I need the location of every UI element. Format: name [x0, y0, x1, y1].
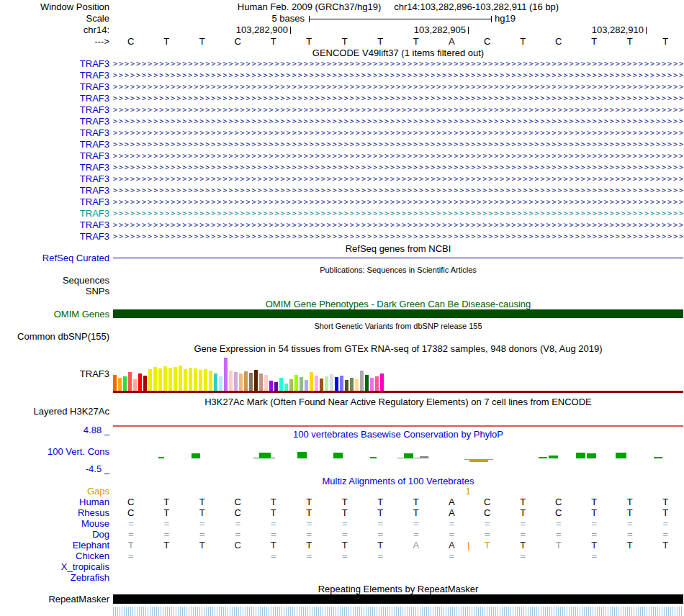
base-cell: T [292, 36, 328, 47]
gencode-transcript-row[interactable]: TRAF3>>>>>>>>>>>>>>>>>>>>>>>>>>>>>>>>>>>… [0, 139, 684, 150]
common-dbsnp-label[interactable]: Common dbSNP(155) [0, 331, 109, 342]
gencode-transcript-row[interactable]: TRAF3>>>>>>>>>>>>>>>>>>>>>>>>>>>>>>>>>>>… [0, 231, 684, 243]
gencode-transcript-row[interactable]: TRAF3>>>>>>>>>>>>>>>>>>>>>>>>>>>>>>>>>>>… [0, 104, 684, 116]
gtex-gene-label[interactable]: TRAF3 [0, 368, 109, 379]
base-cell: C [113, 36, 149, 47]
species-label[interactable]: Human [0, 497, 109, 507]
gencode-transcript-label[interactable]: TRAF3 [0, 219, 109, 231]
gencode-transcript-row[interactable]: TRAF3>>>>>>>>>>>>>>>>>>>>>>>>>>>>>>>>>>>… [0, 173, 684, 185]
gtex-expression-bar [289, 379, 293, 391]
gencode-transcript-label[interactable]: TRAF3 [0, 104, 109, 116]
gencode-transcript-row[interactable]: TRAF3>>>>>>>>>>>>>>>>>>>>>>>>>>>>>>>>>>>… [0, 58, 684, 70]
publications-track-title[interactable]: Publications: Sequences in Scientific Ar… [113, 266, 683, 275]
omim-track-title[interactable]: OMIM Gene Phenotypes - Dark Green Can Be… [113, 299, 683, 309]
gencode-transcript-row[interactable]: TRAF3>>>>>>>>>>>>>>>>>>>>>>>>>>>>>>>>>>>… [0, 150, 684, 162]
gtex-track-title[interactable]: Gene Expression in 54 tissues from GTEx … [113, 343, 683, 354]
gencode-transcript-label[interactable]: TRAF3 [0, 150, 109, 162]
conservation-bar [420, 456, 428, 458]
refseq-gene-line[interactable] [113, 258, 683, 258]
gtex-expression-bar [350, 378, 354, 391]
base-cell: C [113, 507, 149, 518]
gtex-expression-bar [138, 373, 142, 391]
gencode-transcript-row[interactable]: TRAF3>>>>>>>>>>>>>>>>>>>>>>>>>>>>>>>>>>>… [0, 116, 684, 127]
repeatmasker-label[interactable]: RepeatMasker [0, 594, 109, 604]
species-label[interactable]: Dog [0, 529, 109, 540]
position-ruler[interactable]: 103,282,900103,282,905103,282,910 [113, 24, 683, 35]
alignment-cells: CTTCTTTTTACTCTTT [113, 497, 683, 507]
h3k27ac-signal-line[interactable] [113, 425, 683, 427]
gencode-transcript-label[interactable]: TRAF3 [0, 208, 109, 219]
alignment-row-elephant[interactable]: ElephantTTTCTTTTAATTTTTT| [0, 540, 684, 551]
gencode-transcript-label[interactable]: TRAF3 [0, 81, 109, 93]
refseq-track-title[interactable]: RefSeq genes from NCBI [113, 243, 683, 254]
base-cell: T [505, 36, 541, 47]
alignment-row-rhesus[interactable]: RhesusCTTCTTTTTACTCTTT [0, 507, 684, 518]
base-cell: = [327, 529, 363, 540]
base-cell: = [220, 518, 256, 529]
species-label[interactable]: Gaps [0, 486, 109, 497]
refseq-curated-label[interactable]: RefSeq Curated [0, 253, 109, 263]
alignment-row-zebrafish[interactable]: Zebrafish [0, 572, 684, 583]
gencode-transcript-label[interactable]: TRAF3 [0, 231, 109, 243]
transcript-direction-arrows: >>>>>>>>>>>>>>>>>>>>>>>>>>>>>>>>>>>>>>>>… [113, 58, 683, 70]
multiz-track-title[interactable]: Multiz Alignments of 100 Vertebrates [113, 476, 683, 486]
alignment-row-gaps[interactable]: Gaps1 [0, 486, 684, 497]
gencode-transcript-label[interactable]: TRAF3 [0, 116, 109, 127]
ucsc-genome-browser-image[interactable]: Window Position Human Feb. 2009 (GRCh37/… [0, 0, 684, 616]
species-label[interactable]: Chicken [0, 551, 109, 561]
base-cell: T [149, 507, 185, 518]
gencode-transcript-row[interactable]: TRAF3>>>>>>>>>>>>>>>>>>>>>>>>>>>>>>>>>>>… [0, 208, 684, 219]
species-label[interactable]: X_tropicalis [0, 561, 109, 572]
base-cell: C [220, 540, 256, 551]
layered-h3k27ac-label[interactable]: Layered H3K27Ac [0, 406, 109, 417]
gtex-expression-bar [219, 376, 222, 391]
alignment-cells: ======== [113, 551, 683, 561]
gencode-transcript-row[interactable]: TRAF3>>>>>>>>>>>>>>>>>>>>>>>>>>>>>>>>>>>… [0, 185, 684, 196]
alignment-row-x_tropicalis[interactable]: X_tropicalis [0, 561, 684, 572]
species-label[interactable]: Rhesus [0, 507, 109, 518]
gencode-transcript-label[interactable]: TRAF3 [0, 196, 109, 208]
base-cell: T [327, 497, 363, 507]
gencode-transcript-row[interactable]: TRAF3>>>>>>>>>>>>>>>>>>>>>>>>>>>>>>>>>>>… [0, 196, 684, 208]
gencode-track-title[interactable]: GENCODE V49lift37 (1 items filtered out) [113, 47, 683, 58]
species-label[interactable]: Mouse [0, 518, 109, 529]
scale-label: Scale [0, 13, 109, 24]
gencode-transcript-label[interactable]: TRAF3 [0, 162, 109, 173]
conservation-track-label[interactable]: 100 Vert. Cons [0, 446, 109, 457]
h3k27ac-track-title[interactable]: H3K27Ac Mark (Often Found Near Active Re… [113, 397, 683, 407]
gencode-transcript-label[interactable]: TRAF3 [0, 173, 109, 185]
gtex-expression-bar [239, 373, 243, 391]
species-label[interactable]: Zebrafish [0, 572, 109, 583]
gtex-expression-bar [325, 376, 328, 391]
gtex-expression-chart[interactable] [113, 358, 683, 391]
alignment-row-chicken[interactable]: Chicken======== [0, 551, 684, 561]
omim-gene-bar[interactable] [113, 309, 683, 318]
species-label[interactable]: Elephant [0, 540, 109, 551]
base-cell: = [292, 551, 328, 561]
base-cell: T [577, 507, 613, 518]
gencode-transcript-row[interactable]: TRAF3>>>>>>>>>>>>>>>>>>>>>>>>>>>>>>>>>>>… [0, 219, 684, 231]
gencode-transcript-label[interactable]: TRAF3 [0, 139, 109, 150]
gencode-transcript-label[interactable]: TRAF3 [0, 185, 109, 196]
omim-genes-label[interactable]: OMIM Genes [0, 309, 109, 320]
gencode-transcript-row[interactable]: TRAF3>>>>>>>>>>>>>>>>>>>>>>>>>>>>>>>>>>>… [0, 127, 684, 139]
sequences-label[interactable]: Sequences [0, 275, 109, 286]
alignment-row-dog[interactable]: Dog================ [0, 529, 684, 540]
gencode-transcript-row[interactable]: TRAF3>>>>>>>>>>>>>>>>>>>>>>>>>>>>>>>>>>>… [0, 81, 684, 93]
conservation-histogram[interactable] [113, 435, 683, 468]
repeatmasker-track-title[interactable]: Repeating Elements by RepeatMasker [113, 584, 683, 594]
alignment-row-mouse[interactable]: Mouse================ [0, 518, 684, 529]
gencode-transcript-label[interactable]: TRAF3 [0, 58, 109, 70]
gencode-transcript-row[interactable]: TRAF3>>>>>>>>>>>>>>>>>>>>>>>>>>>>>>>>>>>… [0, 93, 684, 104]
dbsnp-track-title[interactable]: Short Genetic Variants from dbSNP releas… [113, 322, 683, 331]
gencode-transcript-label[interactable]: TRAF3 [0, 93, 109, 104]
alignment-row-human[interactable]: HumanCTTCTTTTTACTCTTT [0, 497, 684, 507]
gencode-transcript-label[interactable]: TRAF3 [0, 127, 109, 139]
dna-sequence-row[interactable]: CTTCTTTTTACTCTTT [113, 36, 683, 47]
gencode-transcript-label[interactable]: TRAF3 [0, 70, 109, 81]
snps-label[interactable]: SNPs [0, 286, 109, 296]
gencode-transcript-row[interactable]: TRAF3>>>>>>>>>>>>>>>>>>>>>>>>>>>>>>>>>>>… [0, 162, 684, 173]
repeatmasker-bar[interactable] [113, 594, 683, 604]
gencode-transcript-row[interactable]: TRAF3>>>>>>>>>>>>>>>>>>>>>>>>>>>>>>>>>>>… [0, 70, 684, 81]
conservation-min-label: -4.5 _ [0, 463, 109, 474]
